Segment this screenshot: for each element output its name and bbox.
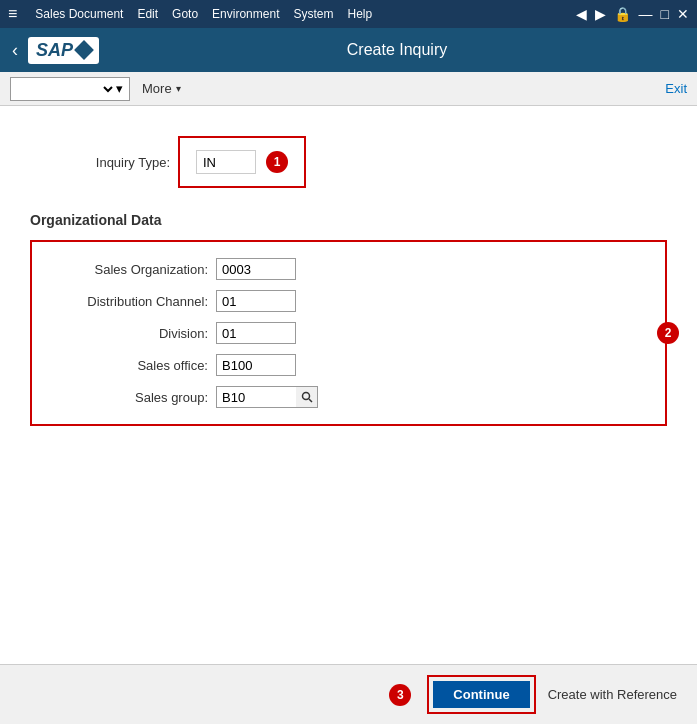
close-icon[interactable]: ✕ — [677, 6, 689, 22]
footer: 3 Continue Create with Reference — [0, 664, 697, 724]
sales-office-input[interactable] — [216, 354, 296, 376]
org-data-box: Sales Organization: Distribution Channel… — [30, 240, 667, 426]
org-section-title: Organizational Data — [30, 212, 667, 228]
sap-logo: SAP — [28, 37, 99, 64]
menu-help[interactable]: Help — [347, 7, 372, 21]
nav-back-icon[interactable]: ◀ — [576, 6, 587, 22]
step-3-badge: 3 — [389, 684, 411, 706]
hamburger-icon[interactable]: ≡ — [8, 5, 17, 23]
sales-group-label: Sales group: — [48, 390, 208, 405]
menu-sales-document[interactable]: Sales Document — [35, 7, 123, 21]
sales-office-label: Sales office: — [48, 358, 208, 373]
back-button[interactable]: ‹ — [12, 40, 18, 61]
distribution-channel-label: Distribution Channel: — [48, 294, 208, 309]
footer-right: 3 Continue Create with Reference — [389, 675, 677, 714]
more-label: More — [142, 81, 172, 96]
more-arrow-icon: ▾ — [176, 83, 181, 94]
toolbar-select[interactable] — [17, 81, 116, 97]
inquiry-type-input[interactable] — [196, 150, 256, 174]
sales-group-input[interactable] — [216, 386, 296, 408]
sales-org-row: Sales Organization: — [48, 258, 649, 280]
step-2-badge: 2 — [657, 322, 679, 344]
page-title: Create Inquiry — [109, 41, 685, 59]
title-bar: ≡ Sales Document Edit Goto Environment S… — [0, 0, 697, 28]
window-controls: ◀ ▶ 🔒 — □ ✕ — [576, 6, 689, 22]
toolbar: ▾ More ▾ Exit — [0, 72, 697, 106]
more-button[interactable]: More ▾ — [136, 78, 187, 99]
create-with-reference-link[interactable]: Create with Reference — [548, 687, 677, 702]
sap-logo-text: SAP — [36, 40, 73, 61]
division-input[interactable] — [216, 322, 296, 344]
inquiry-type-section: Inquiry Type: 1 — [30, 136, 667, 188]
step-1-badge: 1 — [266, 151, 288, 173]
lock-icon[interactable]: 🔒 — [614, 6, 631, 22]
sales-org-input[interactable] — [216, 258, 296, 280]
distribution-channel-row: Distribution Channel: — [48, 290, 649, 312]
main-content: Inquiry Type: 1 Organizational Data Sale… — [0, 106, 697, 664]
menu-goto[interactable]: Goto — [172, 7, 198, 21]
sales-group-input-wrapper — [216, 386, 318, 408]
nav-forward-icon[interactable]: ▶ — [595, 6, 606, 22]
svg-point-0 — [302, 393, 309, 400]
exit-button[interactable]: Exit — [665, 81, 687, 96]
sales-office-row: Sales office: — [48, 354, 649, 376]
dropdown-arrow-icon: ▾ — [116, 81, 123, 96]
sales-group-row: Sales group: — [48, 386, 649, 408]
menu-environment[interactable]: Environment — [212, 7, 279, 21]
division-row: Division: — [48, 322, 649, 344]
inquiry-type-label: Inquiry Type: — [30, 155, 170, 170]
continue-button-wrapper: Continue — [427, 675, 535, 714]
inquiry-type-wrapper: 1 — [178, 136, 306, 188]
toolbar-dropdown[interactable]: ▾ — [10, 77, 130, 101]
minimize-icon[interactable]: — — [639, 6, 653, 22]
org-fields: Sales Organization: Distribution Channel… — [48, 258, 649, 408]
menu-edit[interactable]: Edit — [137, 7, 158, 21]
search-button[interactable] — [296, 386, 318, 408]
svg-line-1 — [309, 399, 312, 402]
maximize-icon[interactable]: □ — [661, 6, 669, 22]
menu-bar: ≡ Sales Document Edit Goto Environment S… — [8, 5, 576, 23]
division-label: Division: — [48, 326, 208, 341]
sales-org-label: Sales Organization: — [48, 262, 208, 277]
app-header: ‹ SAP Create Inquiry — [0, 28, 697, 72]
continue-button[interactable]: Continue — [433, 681, 529, 708]
sap-logo-diamond — [74, 40, 94, 60]
search-icon — [301, 391, 313, 403]
menu-system[interactable]: System — [293, 7, 333, 21]
distribution-channel-input[interactable] — [216, 290, 296, 312]
